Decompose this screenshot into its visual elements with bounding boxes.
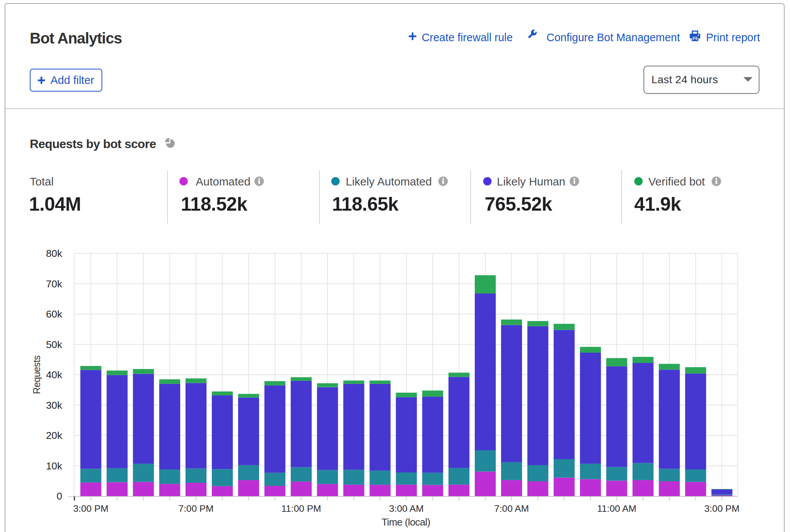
- svg-text:10k: 10k: [46, 460, 62, 472]
- svg-text:Requests: Requests: [31, 355, 42, 394]
- svg-text:7:00 PM: 7:00 PM: [178, 503, 213, 514]
- svg-text:3:00 AM: 3:00 AM: [389, 503, 424, 514]
- svg-text:70k: 70k: [46, 278, 62, 290]
- svg-text:40k: 40k: [46, 369, 62, 380]
- svg-text:20k: 20k: [46, 430, 62, 441]
- svg-text:11:00 AM: 11:00 AM: [597, 503, 637, 514]
- svg-text:80k: 80k: [46, 248, 62, 259]
- svg-text:30k: 30k: [46, 400, 62, 411]
- svg-text:7:00 AM: 7:00 AM: [494, 503, 529, 514]
- svg-text:50k: 50k: [46, 339, 62, 350]
- svg-text:3:00 PM: 3:00 PM: [704, 503, 739, 514]
- svg-text:11:00 PM: 11:00 PM: [281, 503, 321, 514]
- svg-text:0: 0: [56, 490, 62, 502]
- svg-text:3:00 PM: 3:00 PM: [73, 503, 108, 514]
- svg-text:Time (local): Time (local): [382, 516, 430, 528]
- svg-text:60k: 60k: [46, 308, 62, 320]
